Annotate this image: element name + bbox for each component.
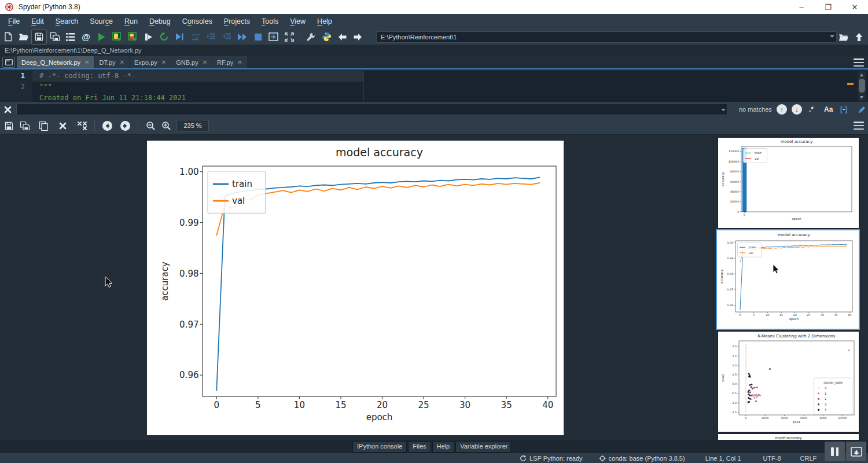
zoom-in-icon[interactable] [159,118,174,133]
plot-image-button[interactable] [846,442,866,461]
symbol-finder-icon[interactable]: @ [78,30,94,45]
code-line[interactable]: 2""" [0,82,868,93]
plot-save-icon[interactable] [1,118,17,133]
svg-text:0: 0 [745,417,746,420]
lsp-status-text: LSP Python: ready [529,455,583,462]
step-return-icon[interactable] [219,30,234,45]
menu-search[interactable]: Search [50,14,84,29]
next-plot-icon[interactable] [117,118,133,133]
pane-tab-variable-explorer[interactable]: Variable explorer [455,441,510,453]
editor-tab-rf-py[interactable]: RF.py✕ [212,56,247,68]
continue-icon[interactable] [234,30,250,45]
menu-edit[interactable]: Edit [25,14,50,29]
minimize-button[interactable]: – [788,0,815,14]
step-over-icon[interactable] [187,30,203,45]
open-file-icon[interactable] [16,30,31,45]
regex-toggle-icon[interactable]: .* [809,102,814,117]
maximize-pane-icon[interactable] [266,30,281,45]
zoom-level-field[interactable]: 235 % [176,120,209,131]
debug-run-icon[interactable] [172,30,187,45]
column-ruler [363,71,364,102]
menu-source[interactable]: Source [84,14,119,29]
plot-close-icon[interactable] [55,118,71,133]
find-close-icon[interactable] [0,106,15,113]
close-button[interactable]: ✕ [841,0,868,14]
plot-copy-icon[interactable] [36,118,52,133]
forward-icon[interactable] [350,30,366,45]
save-icon[interactable] [31,30,47,45]
editor-tab-dt-py[interactable]: DT.py✕ [95,56,130,68]
menu-run[interactable]: Run [119,14,144,29]
scroll-up-icon[interactable] [860,74,863,76]
rerun-icon[interactable] [156,30,172,45]
parent-directory-icon[interactable] [851,30,867,45]
code-line[interactable]: Created on Fri Jun 11 21:18:44 2021 [0,93,868,102]
editor-tab-gnb-py[interactable]: GNB.py✕ [171,56,212,68]
preferences-wrench-icon[interactable] [303,30,319,45]
python-path-icon[interactable] [319,30,334,45]
highlight-matches-icon[interactable] [858,105,866,116]
thumbnail-partial[interactable]: model accuracy [718,434,859,440]
previous-plot-icon[interactable] [100,118,115,133]
code-line[interactable]: 1# -*- coding: utf-8 -*- [0,71,868,82]
editor-tab-deep_q_network-py[interactable]: Deep_Q_Network.py✕ [17,56,94,68]
tab-close-icon[interactable]: ✕ [84,59,89,65]
pane-tab-help[interactable]: Help [432,441,455,453]
thumbnail-line-chart[interactable]: 05101520253035400.960.970.980.991.00mode… [718,231,858,328]
new-file-icon[interactable] [0,30,16,45]
tab-close-icon[interactable]: ✕ [237,59,242,65]
run-cell-advance-icon[interactable] [125,30,141,45]
save-all-icon[interactable] [47,30,62,45]
plots-options-icon[interactable] [854,122,864,130]
pane-tab-files[interactable]: Files [408,441,431,453]
code-editor[interactable]: 1# -*- coding: utf-8 -*-2"""Created on F… [0,71,868,102]
editor-options-icon[interactable] [854,58,864,67]
back-icon[interactable] [334,30,350,45]
editor-scrollbar[interactable] [858,71,866,101]
case-sensitive-toggle-icon[interactable]: Aa [824,102,833,117]
interpreter-status[interactable]: conda: base (Python 3.8.5) [599,455,685,462]
restore-button[interactable]: ❐ [815,0,841,14]
tab-close-icon[interactable]: ✕ [120,59,124,65]
thumbnail-selected[interactable]: 05101520253035400.960.970.980.991.00mode… [716,229,860,330]
run-file-icon[interactable] [94,30,109,45]
tab-close-icon[interactable]: ✕ [203,59,207,65]
find-next-icon[interactable]: ↓ [792,104,802,115]
plot-save-all-icon[interactable] [17,118,32,133]
menu-consoles[interactable]: Consoles [176,14,218,29]
whole-word-toggle-icon[interactable]: [-] [840,102,847,117]
browse-tabs-button[interactable] [2,57,15,68]
plot-close-all-icon[interactable] [74,118,90,133]
browse-directory-icon[interactable] [836,30,851,45]
editor-tab-expo-py[interactable]: Expo.py✕ [130,56,171,68]
menu-tools[interactable]: Tools [256,14,284,29]
svg-text:accuracy: accuracy [720,269,724,284]
path-dropdown-caret[interactable] [830,35,834,38]
find-previous-icon[interactable]: ↑ [777,104,787,115]
menu-file[interactable]: File [2,14,25,29]
thumbnail-scatter-chart[interactable]: 0200040006000800010000-1.5-1.0-0.50.00.5… [718,332,859,432]
outline-icon[interactable] [62,30,78,45]
run-cell-icon[interactable] [109,30,125,45]
scroll-down-icon[interactable] [860,96,863,99]
lsp-status[interactable]: LSP Python: ready [520,455,583,462]
find-input[interactable] [16,104,728,115]
pane-tab-ipython-console[interactable]: IPython console [352,441,407,453]
tab-close-icon[interactable]: ✕ [161,59,166,65]
run-selection-icon[interactable] [141,30,156,45]
thumbnail-bar-chart[interactable]: 0020000400006000080000100000120000model … [718,138,859,228]
menu-help[interactable]: Help [311,14,338,29]
scrollbar-thumb[interactable] [859,79,865,93]
menu-view[interactable]: View [284,14,311,29]
zoom-out-icon[interactable] [143,118,159,133]
fullscreen-icon[interactable] [281,30,297,45]
menu-projects[interactable]: Projects [218,14,256,29]
working-directory-input[interactable] [376,31,837,43]
find-dropdown-caret[interactable] [721,109,726,111]
step-into-icon[interactable] [203,30,219,45]
pause-button[interactable] [825,442,845,461]
menu-debug[interactable]: Debug [144,14,176,29]
stop-icon[interactable] [250,30,266,45]
breadcrumb: E:\Python\Reinforcement\1\Deep_Q_Network… [0,45,868,56]
svg-text:1: 1 [825,392,826,395]
